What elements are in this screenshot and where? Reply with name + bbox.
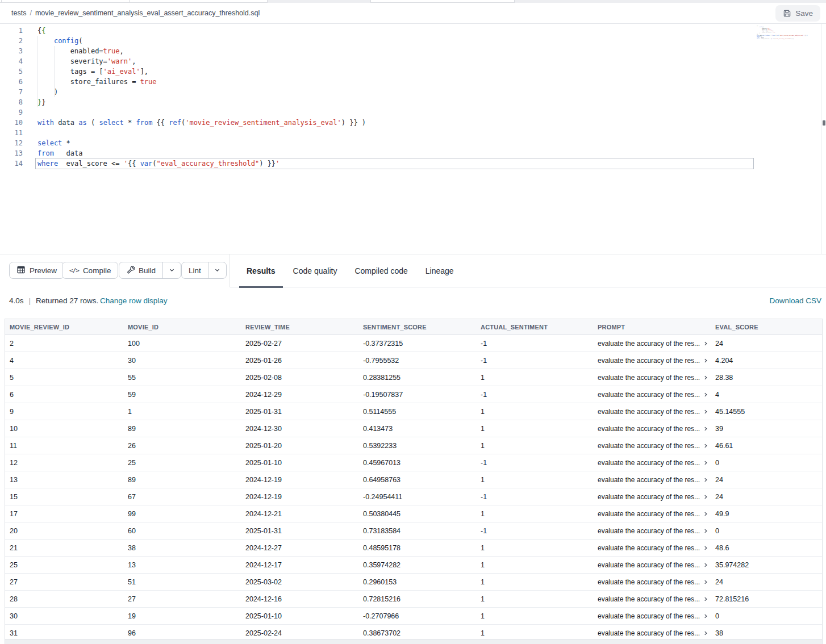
query-status-row: 4.0s | Returned 27 rows. Change row disp… (0, 288, 826, 314)
lint-button[interactable]: Lint (182, 262, 208, 278)
cell-review_time: 2024-12-17 (241, 557, 358, 573)
cell-actual_sentiment: 1 (476, 471, 593, 488)
line-number: 9 (0, 107, 23, 118)
table-horizontal-scrollbar[interactable] (5, 639, 822, 644)
code-line[interactable]: 13from data (0, 148, 812, 158)
cell-prompt: evaluate the accuracy of the res... (593, 522, 711, 539)
cell-eval_score: 24 (711, 335, 822, 352)
prompt-expand-chevron-icon[interactable] (703, 358, 708, 363)
prompt-expand-chevron-icon[interactable] (703, 630, 708, 636)
column-header-actual_sentiment: ACTUAL_SENTIMENT (476, 319, 593, 334)
cell-eval_score: 48.6 (711, 540, 822, 556)
download-csv-link[interactable]: Download CSV (769, 296, 821, 305)
table-row: 21382024-12-270.485951781evaluate the ac… (5, 540, 822, 557)
cell-movie_id: 1 (123, 403, 241, 420)
cell-eval_score: 39 (711, 420, 822, 437)
build-dropdown-button[interactable] (162, 262, 181, 278)
prompt-expand-chevron-icon[interactable] (703, 477, 708, 483)
code-line[interactable]: 11 (0, 128, 812, 138)
tab-lineage[interactable]: Lineage (425, 254, 454, 287)
cell-sentiment_score: 0.73183584 (358, 522, 476, 539)
code-line[interactable]: 1{{ (0, 26, 812, 36)
build-button[interactable]: Build (119, 262, 162, 278)
cell-movie_id: 67 (123, 488, 241, 505)
code-line[interactable]: 10with data as ( select * from {{ ref('m… (0, 118, 812, 128)
cell-actual_sentiment: 1 (476, 591, 593, 607)
cell-movie_id: 89 (123, 420, 241, 437)
line-number: 12 (0, 138, 23, 148)
prompt-expand-chevron-icon[interactable] (703, 528, 708, 534)
code-line[interactable]: 6 store_failures = true (0, 77, 812, 87)
prompt-expand-chevron-icon[interactable] (703, 409, 708, 415)
cell-eval_score: 24 (711, 471, 822, 488)
prompt-expand-chevron-icon[interactable] (703, 460, 708, 466)
line-number: 14 (0, 158, 23, 169)
code-line[interactable]: 5 tags = ['ai_eval'], (0, 66, 812, 77)
code-line[interactable]: 8}} (0, 97, 812, 107)
breadcrumb-filename: movie_review_sentiment_analysis_eval_ass… (35, 9, 260, 17)
lint-dropdown-button[interactable] (208, 262, 226, 278)
cell-movie_id: 30 (123, 352, 241, 369)
cell-eval_score: 72.815216 (711, 591, 822, 607)
change-row-display-link[interactable]: Change row display (100, 296, 168, 305)
sql-code-editor[interactable]: 1{{2 config(3 enabled=true,4 severity='w… (0, 24, 826, 254)
cell-sentiment_score: 0.48595178 (358, 540, 476, 556)
line-number: 2 (0, 36, 23, 46)
prompt-expand-chevron-icon[interactable] (703, 596, 708, 602)
code-line[interactable]: 3 enabled=true, (0, 46, 812, 56)
cell-review_time: 2024-12-19 (241, 488, 358, 505)
line-number: 6 (0, 77, 23, 87)
cell-sentiment_score: 0.28381255 (358, 369, 476, 386)
cell-actual_sentiment: -1 (476, 352, 593, 369)
cell-sentiment_score: 0.2960153 (358, 574, 476, 590)
cell-movie_id: 27 (123, 591, 241, 607)
cell-review_time: 2025-01-10 (241, 608, 358, 624)
prompt-expand-chevron-icon[interactable] (703, 613, 708, 619)
table-row: 6592024-12-29-0.19507837-1evaluate the a… (5, 386, 822, 403)
code-line[interactable]: 9 (0, 107, 812, 118)
compile-button[interactable]: </> Compile (62, 262, 118, 279)
prompt-expand-chevron-icon[interactable] (703, 545, 708, 551)
cell-actual_sentiment: 1 (476, 369, 593, 386)
prompt-expand-chevron-icon[interactable] (703, 392, 708, 398)
prompt-preview-text: evaluate the accuracy of the res... (598, 493, 700, 501)
preview-button[interactable]: Preview (9, 262, 64, 279)
save-button[interactable]: Save (775, 5, 820, 22)
editor-scrollbar-thumb[interactable] (823, 120, 825, 126)
cell-sentiment_score: -0.37372315 (358, 335, 476, 352)
build-button-label: Build (139, 266, 156, 275)
code-line[interactable]: 12select * (0, 138, 812, 148)
code-line[interactable]: 14where eval_score <= '{{ var("eval_accu… (0, 158, 812, 169)
code-line[interactable]: 4 severity='warn', (0, 56, 812, 66)
lint-button-label: Lint (189, 266, 201, 275)
row-count-message: Returned 27 rows. (36, 296, 98, 305)
table-row: 912025-01-310.51145551evaluate the accur… (5, 403, 822, 420)
prompt-expand-chevron-icon[interactable] (703, 375, 708, 380)
table-row: 27512025-03-020.29601531evaluate the acc… (5, 574, 822, 591)
cell-movie_review_id: 5 (5, 369, 123, 386)
editor-minimap[interactable]: {{ config( enabled=true, severity='warn'… (757, 26, 809, 139)
editor-scrollbar-track[interactable] (821, 24, 826, 254)
tab-compiled-code[interactable]: Compiled code (354, 254, 407, 287)
prompt-expand-chevron-icon[interactable] (703, 341, 708, 346)
tab-results[interactable]: Results (247, 254, 276, 287)
code-line[interactable]: 7 ) (0, 87, 812, 97)
cell-prompt: evaluate the accuracy of the res... (593, 437, 711, 454)
cell-movie_review_id: 9 (5, 403, 123, 420)
cell-prompt: evaluate the accuracy of the res... (593, 454, 711, 471)
prompt-expand-chevron-icon[interactable] (703, 426, 708, 432)
cell-movie_review_id: 11 (5, 437, 123, 454)
prompt-expand-chevron-icon[interactable] (703, 579, 708, 585)
prompt-expand-chevron-icon[interactable] (703, 562, 708, 568)
cell-movie_id: 25 (123, 454, 241, 471)
cell-sentiment_score: 0.45967013 (358, 454, 476, 471)
prompt-expand-chevron-icon[interactable] (703, 494, 708, 500)
tab-code-quality[interactable]: Code quality (293, 254, 337, 287)
cell-movie_review_id: 12 (5, 454, 123, 471)
cell-actual_sentiment: 1 (476, 540, 593, 556)
code-line[interactable]: 2 config( (0, 36, 812, 46)
prompt-expand-chevron-icon[interactable] (703, 511, 708, 517)
cell-eval_score: 49.9 (711, 505, 822, 522)
cell-eval_score: 45.14555 (711, 403, 822, 420)
prompt-expand-chevron-icon[interactable] (703, 443, 708, 449)
